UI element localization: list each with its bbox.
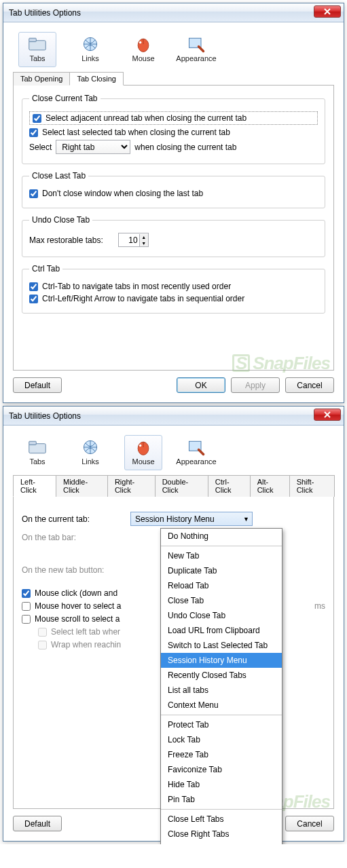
dropdown-item[interactable]: Switch to Last Selected Tab	[161, 638, 282, 653]
lbl-ms: ms	[314, 601, 325, 611]
window-title: Tab Utilities Options	[7, 8, 81, 18]
spinner-arrows: ▲ ▼	[139, 234, 148, 246]
titlebar[interactable]: Tab Utilities Options	[3, 3, 344, 22]
dropdown-item[interactable]: Recently Closed Tabs	[161, 668, 282, 683]
tab-mouse-label-2: Mouse	[132, 457, 154, 466]
tab-tabs-label: Tabs	[29, 54, 45, 62]
apply-button[interactable]: Apply	[231, 377, 280, 393]
tab-mouse-label: Mouse	[132, 54, 154, 62]
row-on-current-tab: On the current tab: Session History Menu…	[22, 512, 325, 526]
lbl-mouse-scroll: Mouse scroll to select a	[35, 614, 120, 624]
globe-icon	[81, 438, 100, 456]
chk-adj-unread[interactable]	[33, 114, 41, 123]
row-ctrlarrow-seq: Ctrl-Left/Right Arrow to navigate tabs i…	[29, 294, 318, 303]
row-select-dir: Select Right tab when closing the curren…	[29, 140, 318, 154]
chk-mouse-hover[interactable]	[22, 602, 31, 611]
dropdown-item[interactable]: Duplicate Tab	[161, 563, 282, 578]
subtab-left-click[interactable]: Left-Click	[13, 475, 56, 497]
default-button[interactable]: Default	[13, 377, 62, 393]
dropdown-item[interactable]: Close Other Tabs	[161, 842, 282, 844]
dropdown-item[interactable]: Protect Tab	[161, 717, 282, 732]
group-close-last: Close Last Tab Don't close window when c…	[22, 171, 325, 208]
subtab-shift-click[interactable]: Shift-Click	[289, 475, 335, 497]
lbl-on-current-tab: On the current tab:	[22, 514, 130, 524]
dropdown-item[interactable]: Freeze Tab	[161, 747, 282, 762]
dropdown-item[interactable]: Context Menu	[161, 698, 282, 713]
dropdown-item[interactable]: Close Right Tabs	[161, 827, 282, 842]
group-undo-close: Undo Close Tab Max restorable tabs: ▲ ▼	[22, 215, 325, 257]
lbl-last-selected: Select last selected tab when closing th…	[42, 128, 230, 137]
cancel-button-2[interactable]: Cancel	[285, 816, 334, 831]
tab-mouse-2[interactable]: Mouse	[124, 435, 162, 470]
lbl-mouse-hover: Mouse hover to select a	[35, 601, 121, 611]
chk-ctrlarrow-seq[interactable]	[29, 295, 38, 303]
subtab-double-click[interactable]: Double-Click	[155, 475, 208, 497]
dropdown-item[interactable]: Session History Menu	[161, 653, 282, 668]
dropdown-item[interactable]: List all tabs	[161, 683, 282, 698]
window-title-2: Tab Utilities Options	[7, 411, 81, 421]
close-button-2[interactable]	[314, 409, 341, 421]
svg-rect-8	[29, 441, 37, 445]
titlebar-2[interactable]: Tab Utilities Options	[3, 407, 344, 426]
legend-undo-close: Undo Close Tab	[29, 215, 92, 225]
tab-tabs[interactable]: Tabs	[18, 32, 56, 67]
dropdown-item[interactable]: Faviconize Tab	[161, 762, 282, 777]
tab-links[interactable]: Links	[71, 32, 109, 67]
cancel-button[interactable]: Cancel	[285, 377, 334, 393]
close-icon	[324, 411, 331, 418]
appearance-icon	[187, 35, 206, 53]
appearance-icon	[187, 438, 206, 456]
spin-max-restorable: ▲ ▼	[118, 233, 149, 247]
dropdown-current-value: Session History Menu	[135, 514, 215, 524]
dropdown-item[interactable]: Pin Tab	[161, 792, 282, 807]
subtab-alt-click[interactable]: Alt-Click	[250, 475, 290, 497]
subtabs: Tab Opening Tab Closing	[13, 71, 334, 86]
input-max-restorable[interactable]	[119, 233, 139, 246]
tab-mouse[interactable]: Mouse	[124, 32, 162, 67]
tab-appearance-label-2: Appearance	[176, 457, 216, 466]
chk-ctrltab-mru[interactable]	[29, 282, 38, 291]
lbl-mouse-click: Mouse click (down and	[35, 588, 117, 598]
chk-last-selected[interactable]	[29, 128, 38, 137]
ok-button[interactable]: OK	[177, 377, 225, 393]
dropdown-item[interactable]: New Tab	[161, 548, 282, 563]
dropdown-item[interactable]: Do Nothing	[161, 529, 282, 544]
dropdown-current-tab[interactable]: Session History Menu ▼	[130, 512, 253, 526]
spin-up[interactable]: ▲	[140, 234, 148, 240]
chk-mouse-scroll[interactable]	[22, 615, 31, 624]
click-subtabs: Left-Click Middle-Click Right-Click Doub…	[13, 474, 334, 497]
subtab-opening[interactable]: Tab Opening	[13, 72, 70, 86]
dropdown-item[interactable]: Reload Tab	[161, 578, 282, 593]
spin-down[interactable]: ▼	[140, 240, 148, 246]
tab-links-label-2: Links	[81, 457, 99, 466]
dropdown-item[interactable]: Lock Tab	[161, 732, 282, 747]
legend-ctrl-tab: Ctrl Tab	[29, 264, 62, 273]
lbl-ctrltab-mru: Ctrl-Tab to navigate tabs in most recent…	[42, 282, 231, 291]
globe-icon	[81, 35, 100, 53]
dropdown-item[interactable]: Close Left Tabs	[161, 812, 282, 827]
tab-appearance[interactable]: Appearance	[177, 32, 215, 67]
dropdown-item[interactable]: Load URL from Clipboard	[161, 623, 282, 638]
select-direction[interactable]: Right tab	[56, 140, 130, 154]
default-button-2[interactable]: Default	[13, 816, 62, 831]
dropdown-item[interactable]: Close Tab	[161, 593, 282, 608]
subtab-middle-click[interactable]: Middle-Click	[56, 475, 108, 497]
dialog-body-2: Tabs Links Mouse Appearance Left-Click M…	[3, 426, 344, 841]
dropdown-item[interactable]: Hide Tab	[161, 777, 282, 792]
tab-tabs-2[interactable]: Tabs	[18, 435, 56, 470]
tab-links-2[interactable]: Links	[71, 435, 109, 470]
dropdown-popup[interactable]: Do NothingNew TabDuplicate TabReload Tab…	[160, 528, 282, 844]
dialog-body: Tabs Links Mouse Appearance Tab Opening …	[3, 22, 344, 402]
dropdown-item[interactable]: Undo Close Tab	[161, 608, 282, 623]
dialog-1: Tab Utilities Options Tabs Links Mouse A…	[3, 3, 344, 403]
top-tabstrip-2: Tabs Links Mouse Appearance	[13, 432, 334, 470]
close-button[interactable]	[314, 5, 341, 18]
tab-appearance-2[interactable]: Appearance	[177, 435, 215, 470]
subtab-closing[interactable]: Tab Closing	[69, 72, 123, 86]
chk-dont-close[interactable]	[29, 189, 38, 198]
lbl-max-restorable: Max restorable tabs:	[29, 235, 103, 245]
subtab-right-click[interactable]: Right-Click	[107, 475, 156, 497]
subtab-ctrl-click[interactable]: Ctrl-Click	[208, 475, 251, 497]
mouse-icon	[134, 438, 153, 456]
chk-mouse-click[interactable]	[22, 589, 31, 598]
